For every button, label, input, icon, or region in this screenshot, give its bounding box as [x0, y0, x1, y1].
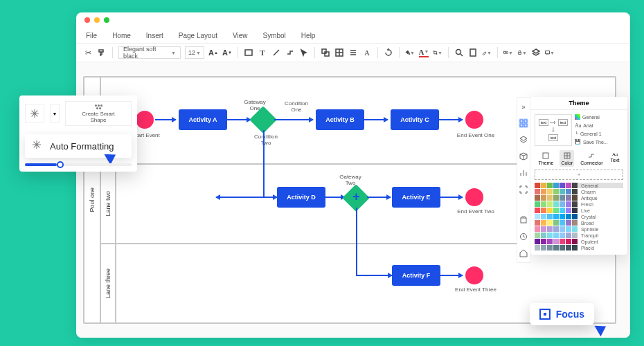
window-minimize-button[interactable] — [94, 17, 100, 23]
menu-view[interactable]: View — [233, 32, 248, 39]
line-tool-icon[interactable] — [271, 48, 281, 57]
tab-theme[interactable]: Theme — [537, 150, 555, 167]
swatch-row-sprinkle[interactable]: Sprinkle — [535, 226, 623, 232]
theme-font-option[interactable]: AaArial — [575, 122, 623, 129]
page-icon[interactable] — [468, 48, 478, 57]
add-swatch-button[interactable]: + — [535, 170, 623, 180]
title-bar — [76, 12, 630, 28]
menu-insert[interactable]: Insert — [146, 32, 163, 39]
align-icon[interactable] — [348, 48, 358, 57]
rail-library-icon[interactable] — [519, 215, 528, 225]
swatch-row-general[interactable]: General — [535, 183, 623, 188]
connector-tool-icon[interactable] — [285, 48, 295, 57]
font-select[interactable]: Elegant soft black▼ — [118, 46, 181, 59]
lock-icon[interactable]: ▼ — [517, 48, 527, 57]
focus-label: Focus — [556, 309, 584, 320]
menu-home[interactable]: Home — [112, 32, 131, 39]
end-event-two-label: End Event Two — [451, 209, 500, 215]
start-event[interactable] — [136, 111, 154, 129]
rail-grid-icon[interactable] — [519, 118, 528, 128]
layout-icon[interactable] — [334, 48, 344, 57]
svg-rect-15 — [521, 218, 526, 223]
window-close-button[interactable] — [84, 17, 90, 23]
activity-d[interactable]: Activity D — [277, 187, 325, 208]
svg-rect-11 — [520, 120, 523, 122]
auto-formatting-icon — [32, 140, 44, 152]
svg-rect-12 — [524, 120, 527, 122]
font-size: 12 — [188, 49, 195, 56]
swatch-row-fresh[interactable]: Fresh — [535, 201, 623, 207]
auto-formatting-slider[interactable] — [25, 163, 132, 166]
end-event-two[interactable] — [465, 188, 483, 206]
sparkle-dropdown[interactable]: ▼ — [50, 104, 60, 123]
menu-file[interactable]: File — [86, 32, 97, 39]
activity-c[interactable]: Activity C — [391, 109, 439, 130]
tab-text[interactable]: AaText — [609, 150, 621, 167]
end-event-one[interactable] — [465, 111, 483, 129]
increase-font-icon[interactable]: A▲ — [208, 48, 218, 57]
text-tool-icon[interactable]: T — [258, 48, 267, 57]
crop-icon[interactable]: ▼ — [433, 48, 442, 57]
window-maximize-button[interactable] — [104, 17, 109, 23]
decrease-font-icon[interactable]: A▼ — [222, 48, 232, 57]
menu-page-layout[interactable]: Page Layout — [179, 32, 217, 39]
focus-button[interactable]: Focus — [530, 303, 594, 325]
activity-e[interactable]: Activity E — [392, 187, 440, 208]
activity-f[interactable]: Activity F — [392, 265, 440, 286]
swatch-row-antique[interactable]: Antique — [535, 195, 623, 201]
tab-connector[interactable]: Connector — [579, 150, 604, 167]
rail-expand-icon[interactable] — [519, 185, 528, 194]
theme-preview[interactable]: texttext text — [535, 114, 572, 146]
menu-help[interactable]: Help — [301, 32, 316, 39]
focus-icon — [539, 309, 551, 320]
activity-a[interactable]: Activity A — [179, 109, 227, 130]
sparkle-icon[interactable] — [25, 104, 44, 123]
swatch-row-broad[interactable]: Broad — [535, 220, 623, 226]
pen-icon[interactable]: ▼ — [482, 48, 492, 57]
zoom-icon[interactable] — [454, 48, 464, 57]
menu-symbol[interactable]: Symbol — [263, 32, 286, 39]
font-style-icon[interactable]: A — [362, 48, 372, 57]
theme-save-option[interactable]: 💾Save The... — [575, 139, 623, 145]
swatch-label: Live — [581, 208, 623, 213]
font-color-icon[interactable]: A▼ — [419, 48, 429, 57]
cut-icon[interactable]: ✂ — [83, 48, 93, 57]
activity-b[interactable]: Activity B — [316, 109, 364, 130]
theme-general-option[interactable]: General — [575, 114, 623, 120]
layers-icon[interactable] — [531, 48, 541, 57]
tab-color[interactable]: Color — [560, 150, 574, 167]
rail-collapse-icon[interactable]: » — [519, 102, 528, 111]
fill-icon[interactable]: ▼ — [405, 48, 415, 57]
lane-two-label: Lane two — [105, 191, 111, 217]
rail-history-icon[interactable] — [519, 232, 528, 242]
toolbar: ✂ Elegant soft black▼ 12▼ A▲ A▼ T A ▼ A▼… — [76, 43, 630, 62]
swatch-row-crystal[interactable]: Crystal — [535, 214, 623, 219]
create-smart-shape-button[interactable]: Create Smart Shape — [65, 101, 132, 126]
svg-rect-14 — [524, 124, 527, 127]
condition-two-label: Condition Two — [249, 134, 283, 147]
rectangle-tool-icon[interactable] — [244, 48, 253, 57]
end-event-three[interactable] — [465, 266, 483, 284]
rail-cube-icon[interactable] — [519, 152, 528, 161]
group-icon[interactable] — [321, 48, 330, 57]
shapes-icon[interactable]: ▼ — [503, 48, 513, 57]
swatch-row-tranquil[interactable]: Tranquil — [535, 233, 623, 238]
rotate-icon[interactable] — [384, 48, 393, 57]
swatch-label: Placid — [581, 246, 623, 251]
swatch-row-live[interactable]: Live — [535, 208, 623, 213]
rail-stats-icon[interactable] — [519, 168, 528, 178]
auto-formatting-button[interactable]: Auto Formatting — [25, 134, 132, 158]
create-smart-shape-label: Create Smart Shape — [82, 111, 115, 123]
end-event-three-label: End Event Three — [449, 287, 503, 293]
presentation-icon[interactable]: ▼ — [545, 48, 555, 57]
swatch-row-opulent[interactable]: Opulent — [535, 239, 623, 244]
swatch-row-charm[interactable]: Charm — [535, 189, 623, 194]
font-size-select[interactable]: 12▼ — [185, 46, 204, 59]
pointer-tool-icon[interactable] — [299, 48, 309, 57]
auto-formatting-label: Auto Formatting — [50, 141, 114, 152]
rail-layers-icon[interactable] — [519, 135, 528, 145]
format-painter-icon[interactable] — [97, 48, 107, 57]
rail-tag-icon[interactable] — [519, 248, 528, 258]
theme-connector-option[interactable]: └General 1 — [575, 131, 623, 136]
swatch-row-placid[interactable]: Placid — [535, 245, 623, 251]
